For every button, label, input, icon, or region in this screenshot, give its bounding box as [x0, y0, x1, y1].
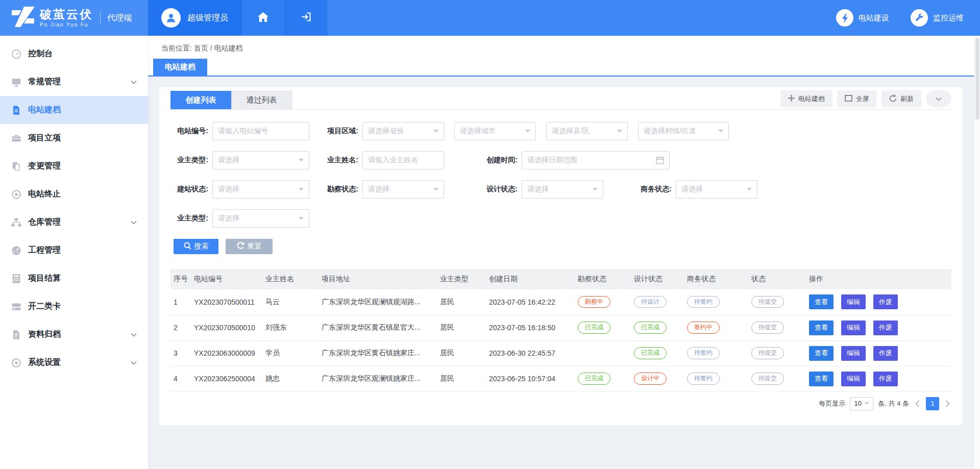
- prev-page-button[interactable]: [914, 400, 921, 407]
- create-time-range-input[interactable]: 请选择日期范围: [522, 151, 670, 169]
- scrollbar[interactable]: [974, 36, 980, 469]
- sidebar-item[interactable]: 系统设置: [0, 349, 148, 377]
- edit-button[interactable]: 编辑: [841, 372, 866, 386]
- user-name: 超级管理员: [187, 13, 228, 23]
- filter-label: 商务状态:: [634, 185, 672, 194]
- search-button[interactable]: 搜索: [174, 239, 218, 254]
- cell-created: 2023-07-05 16:18:50: [486, 315, 575, 340]
- city-select[interactable]: 请选择城市: [454, 122, 536, 140]
- logout-button[interactable]: [284, 0, 327, 36]
- cell-seq: 3: [170, 340, 191, 366]
- status-badge: 待提交: [751, 322, 784, 333]
- reset-button[interactable]: 重置: [226, 239, 273, 254]
- station-code-input[interactable]: 请输入电站编号: [212, 122, 309, 140]
- cell-type: 居民: [437, 366, 486, 391]
- cell-owner: 刘强东: [262, 315, 318, 340]
- sidebar-item[interactable]: 仓库管理: [0, 208, 148, 236]
- chevron-down-icon: [131, 361, 137, 365]
- filter-label: 业主类型:: [170, 156, 208, 165]
- column-header: 商务状态: [684, 269, 748, 289]
- view-button[interactable]: 查看: [809, 372, 834, 386]
- void-button[interactable]: 作废: [873, 294, 898, 309]
- page-tab[interactable]: 电站建档: [153, 59, 207, 76]
- tab-passed-list[interactable]: 通过列表: [231, 91, 292, 109]
- add-station-button[interactable]: 电站建档: [780, 90, 832, 107]
- owner-name-input[interactable]: 请输入业主姓名: [362, 151, 444, 169]
- sidebar-item[interactable]: 资料归档: [0, 320, 148, 349]
- cell-type: 居民: [437, 340, 486, 366]
- sidebar-item-label: 仓库管理: [28, 217, 61, 228]
- document-icon: [10, 104, 22, 116]
- per-page-select[interactable]: 10: [850, 397, 873, 410]
- collapse-panel-button[interactable]: [926, 90, 951, 107]
- cell-created: 2023-06-30 22:45:57: [486, 340, 575, 366]
- disc-icon: [10, 357, 22, 369]
- survey-status-select[interactable]: 请选择: [362, 180, 444, 199]
- sidebar-item[interactable]: 电站建档: [0, 96, 148, 124]
- county-select[interactable]: 请选择县/区: [546, 122, 628, 140]
- void-button[interactable]: 作废: [873, 372, 898, 386]
- page-number-button[interactable]: 1: [926, 397, 939, 410]
- next-page-button[interactable]: [944, 400, 951, 407]
- sidebar-item[interactable]: 工程管理: [0, 236, 148, 264]
- design-status-select[interactable]: 请选择: [522, 180, 603, 199]
- gauge-icon: [10, 48, 22, 60]
- logo-title: 破茧云伏: [40, 9, 93, 20]
- search-label: 搜索: [194, 242, 209, 251]
- view-button[interactable]: 查看: [809, 346, 834, 361]
- sidebar-item[interactable]: 常规管理: [0, 68, 148, 96]
- briefcase-icon: [10, 132, 22, 144]
- fullscreen-icon: [845, 95, 852, 103]
- refresh-icon: [889, 94, 897, 104]
- status-badge: 待设计: [634, 296, 667, 308]
- edit-button[interactable]: 编辑: [841, 320, 866, 335]
- top-nav-item-0[interactable]: 电站建设: [836, 9, 889, 27]
- sidebar-item[interactable]: 变更管理: [0, 152, 148, 180]
- view-button[interactable]: 查看: [809, 320, 834, 335]
- chevron-down-icon: [864, 402, 869, 405]
- topbar-spacer: [327, 0, 836, 36]
- void-button[interactable]: 作废: [873, 320, 898, 335]
- tab-create-list[interactable]: 创建列表: [170, 91, 231, 109]
- void-button[interactable]: 作废: [873, 346, 898, 361]
- placeholder: 请选择: [218, 214, 239, 223]
- sidebar-item[interactable]: 控制台: [0, 40, 148, 68]
- top-nav: 电站建设监控运维: [836, 0, 980, 36]
- filter-row: 建站状态:请选择勘察状态:请选择设计状态:请选择商务状态:请选择: [170, 180, 951, 199]
- app: 破茧云伏 Po Jian Yun Fu 代理端 超级管理员: [0, 0, 980, 469]
- town-select[interactable]: 请选择村镇/街道: [638, 122, 729, 140]
- cell-survey-status: 已完成: [575, 366, 631, 391]
- column-header: 业主类型: [437, 269, 486, 289]
- cell-survey-status: 已完成: [575, 315, 631, 340]
- home-button[interactable]: [241, 0, 284, 36]
- owner-type2-select[interactable]: 请选择: [212, 209, 309, 228]
- exit-icon: [301, 12, 311, 24]
- sidebar-item[interactable]: 开二类卡: [0, 292, 148, 320]
- filter-label: 项目区域:: [321, 127, 358, 136]
- refresh-button[interactable]: 刷新: [881, 90, 921, 107]
- sidebar-item[interactable]: 项目立项: [0, 124, 148, 152]
- scrollbar-thumb[interactable]: [975, 38, 979, 119]
- business-status-select[interactable]: 请选择: [676, 180, 757, 199]
- sidebar-item[interactable]: 电站终止: [0, 180, 148, 208]
- province-select[interactable]: 请选择省份: [362, 122, 444, 140]
- cell-code: YX2023070500011: [191, 289, 262, 315]
- build-status-select[interactable]: 请选择: [212, 180, 309, 199]
- breadcrumb-bar: 当前位置: 首页 / 电站建档 电站建档: [148, 36, 980, 77]
- owner-type-select[interactable]: 请选择: [212, 151, 309, 169]
- chevron-down-icon: [747, 188, 752, 191]
- edit-button[interactable]: 编辑: [841, 294, 866, 309]
- pagination: 每页显示 10 条, 共 4 条 1: [170, 397, 951, 410]
- toolbar-button-label: 电站建档: [798, 94, 825, 104]
- sidebar-item-label: 变更管理: [28, 161, 61, 171]
- sidebar-item-label: 常规管理: [28, 77, 61, 87]
- placeholder: 请选择: [681, 185, 703, 194]
- edit-button[interactable]: 编辑: [841, 346, 866, 361]
- fullscreen-button[interactable]: 全屏: [837, 90, 877, 107]
- cell-owner: 马云: [262, 289, 318, 315]
- sidebar-item[interactable]: 项目结算: [0, 264, 148, 292]
- sidebar-item-label: 电站终止: [28, 189, 61, 200]
- user-menu[interactable]: 超级管理员: [148, 0, 241, 36]
- view-button[interactable]: 查看: [809, 294, 834, 309]
- top-nav-item-1[interactable]: 监控运维: [911, 9, 964, 27]
